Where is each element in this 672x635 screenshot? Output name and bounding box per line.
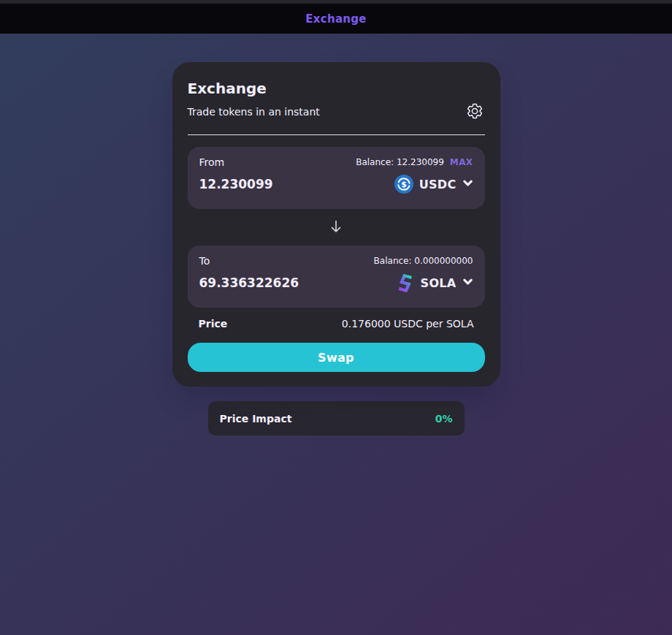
nav-bar: Exchange xyxy=(0,4,672,34)
swap-button[interactable]: Swap xyxy=(188,343,485,372)
arrow-down-icon xyxy=(328,218,344,237)
swap-direction-row xyxy=(188,209,485,246)
price-value: 0.176000 USDC per SOLA xyxy=(342,318,474,330)
sola-token-icon xyxy=(396,273,415,292)
to-panel: To Balance: 0.000000000 SOLA xyxy=(188,246,485,308)
to-token-label: SOLA xyxy=(421,276,457,290)
exchange-page: Exchange Trade tokens in an instant From… xyxy=(0,62,672,436)
price-impact-label: Price Impact xyxy=(220,413,292,425)
gear-icon xyxy=(466,102,484,122)
card-header: Exchange Trade tokens in an instant xyxy=(188,78,485,135)
card-title: Exchange xyxy=(188,78,485,99)
to-label: To xyxy=(199,255,210,267)
settings-button[interactable] xyxy=(465,102,485,122)
from-label: From xyxy=(199,156,225,168)
max-button[interactable]: MAX xyxy=(450,157,473,167)
price-impact-value: 0% xyxy=(435,413,453,425)
from-amount-input[interactable] xyxy=(199,177,338,191)
card-subtitle: Trade tokens in an instant xyxy=(188,104,485,119)
price-impact-card: Price Impact 0% xyxy=(208,401,465,436)
from-balance: Balance: 12.230099 xyxy=(356,157,444,167)
usdc-token-icon: $ xyxy=(394,175,413,194)
svg-text:$: $ xyxy=(401,180,407,189)
to-amount-input[interactable] xyxy=(199,275,338,290)
chevron-down-icon xyxy=(462,178,473,191)
from-token-label: USDC xyxy=(419,178,457,191)
nav-item-exchange[interactable]: Exchange xyxy=(305,12,367,26)
price-row: Price 0.176000 USDC per SOLA xyxy=(188,318,485,330)
to-token-selector[interactable]: SOLA xyxy=(396,273,473,292)
price-label: Price xyxy=(199,318,228,330)
to-balance: Balance: 0.000000000 xyxy=(374,256,473,266)
exchange-card: Exchange Trade tokens in an instant From… xyxy=(172,62,500,387)
header-divider xyxy=(188,134,485,135)
from-token-selector[interactable]: $ USDC xyxy=(394,175,473,194)
from-panel: From Balance: 12.230099 MAX $ xyxy=(188,147,485,209)
swap-direction-button[interactable] xyxy=(325,216,347,240)
chevron-down-icon xyxy=(462,276,473,289)
top-nav: Exchange xyxy=(0,0,672,34)
